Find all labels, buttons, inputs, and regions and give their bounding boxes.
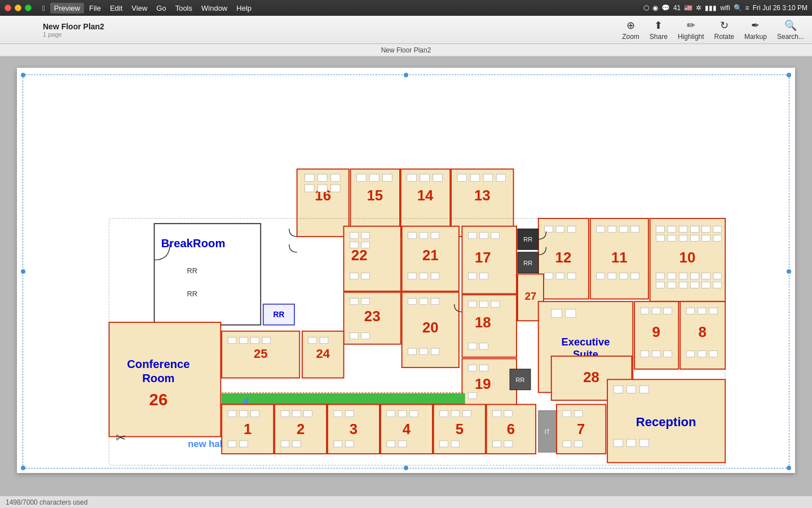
svg-rect-144 — [468, 301, 476, 307]
svg-rect-188 — [304, 411, 312, 417]
svg-rect-180 — [240, 411, 248, 417]
svg-rect-229 — [639, 386, 649, 393]
svg-rect-50 — [713, 282, 722, 288]
svg-rect-103 — [431, 233, 439, 239]
svg-rect-119 — [420, 348, 428, 354]
svg-rect-199 — [387, 411, 395, 417]
preview-menu[interactable]: Preview — [50, 3, 84, 14]
svg-rect-105 — [420, 273, 428, 279]
search-button[interactable]: 🔍 Search... — [777, 19, 804, 41]
file-menu[interactable]: File — [85, 3, 105, 14]
search-icon[interactable]: 🔍 — [734, 4, 742, 12]
rotate-button[interactable]: ↻ Rotate — [714, 19, 734, 41]
svg-rect-60 — [631, 273, 639, 279]
svg-text:BreakRoom: BreakRoom — [161, 237, 226, 249]
wifi-count: 41 — [673, 4, 681, 12]
svg-rect-49 — [702, 282, 710, 288]
rotate-icon: ↻ — [720, 19, 729, 32]
svg-text:10: 10 — [679, 249, 696, 265]
title-bar:  Preview File Edit View Go Tools Window… — [0, 0, 812, 16]
svg-text:RR: RR — [273, 310, 285, 319]
svg-rect-130 — [262, 338, 271, 344]
menu-bar:  Preview File Edit View Go Tools Window… — [38, 3, 255, 14]
svg-rect-232 — [639, 439, 649, 446]
svg-rect-136 — [468, 273, 476, 279]
svg-text:27: 27 — [525, 290, 536, 302]
svg-text:28: 28 — [583, 369, 599, 385]
svg-rect-36 — [690, 235, 699, 241]
view-menu[interactable]: View — [127, 3, 151, 14]
app-window:  Preview File Edit View Go Tools Window… — [0, 0, 812, 508]
share-label: Share — [650, 33, 668, 41]
help-menu[interactable]: Help — [232, 3, 255, 14]
svg-rect-124 — [320, 338, 328, 344]
svg-rect-193 — [334, 411, 342, 417]
svg-rect-33 — [656, 235, 665, 241]
svg-text:4: 4 — [403, 421, 411, 437]
svg-rect-41 — [679, 273, 687, 279]
svg-rect-16 — [407, 174, 417, 182]
window-menu[interactable]: Window — [197, 3, 231, 14]
maximize-button[interactable] — [25, 5, 32, 11]
svg-rect-27 — [656, 226, 665, 233]
svg-rect-116 — [420, 299, 428, 305]
close-button[interactable] — [5, 5, 11, 11]
svg-rect-48 — [690, 282, 699, 288]
svg-rect-203 — [398, 441, 407, 447]
tools-menu[interactable]: Tools — [171, 3, 196, 14]
svg-rect-58 — [608, 273, 616, 279]
floor-plan: 16 15 14 — [17, 68, 795, 473]
svg-rect-30 — [690, 226, 699, 233]
svg-text:RR: RR — [516, 376, 525, 383]
privacy-icon: ◉ — [652, 4, 658, 12]
svg-text:RR: RR — [187, 290, 197, 298]
svg-rect-181 — [251, 411, 259, 417]
flag-icon: 🇺🇸 — [684, 4, 692, 12]
zoom-button[interactable]: ⊕ Zoom — [622, 19, 639, 41]
svg-text:5: 5 — [456, 421, 464, 437]
svg-text:13: 13 — [474, 187, 491, 203]
svg-rect-45 — [656, 282, 665, 288]
svg-rect-72 — [652, 308, 660, 314]
svg-rect-3 — [305, 174, 315, 182]
svg-text:7: 7 — [577, 421, 585, 437]
svg-rect-186 — [281, 411, 289, 417]
zoom-icon: ⊕ — [626, 19, 635, 32]
share-button[interactable]: ⬆ Share — [650, 19, 668, 41]
status-bar: 1498/7000 characters used — [0, 496, 812, 508]
svg-text:RR: RR — [187, 266, 197, 275]
markup-button[interactable]: ✒ Markup — [744, 19, 767, 41]
svg-rect-221 — [563, 411, 571, 417]
svg-text:11: 11 — [611, 249, 628, 265]
svg-rect-110 — [361, 299, 370, 305]
svg-rect-213 — [493, 411, 501, 417]
svg-text:RR: RR — [523, 260, 532, 266]
highlight-icon: ✏ — [687, 19, 695, 32]
svg-rect-94 — [361, 233, 370, 239]
edit-menu[interactable]: Edit — [106, 3, 126, 14]
svg-text:22: 22 — [351, 247, 368, 263]
svg-rect-31 — [702, 226, 710, 233]
svg-rect-65 — [567, 226, 576, 233]
svg-rect-162 — [566, 309, 576, 318]
svg-rect-56 — [631, 226, 639, 233]
go-menu[interactable]: Go — [152, 3, 170, 14]
svg-rect-148 — [480, 343, 488, 349]
rotate-label: Rotate — [714, 33, 734, 41]
svg-rect-40 — [668, 273, 676, 279]
svg-text:26: 26 — [149, 390, 168, 409]
svg-rect-54 — [608, 226, 616, 233]
svg-rect-115 — [408, 299, 417, 305]
svg-text:3: 3 — [350, 421, 358, 437]
notification-icon[interactable]: ≡ — [745, 4, 749, 12]
svg-rect-102 — [420, 233, 428, 239]
bluetooth-icon: ✲ — [696, 4, 701, 12]
svg-text:Conference: Conference — [127, 358, 189, 370]
minimize-button[interactable] — [15, 5, 21, 11]
svg-rect-117 — [431, 299, 439, 305]
svg-rect-66 — [545, 273, 553, 279]
svg-rect-21 — [457, 174, 467, 182]
apple-menu[interactable]:  — [38, 3, 49, 14]
svg-rect-32 — [713, 226, 722, 233]
highlight-button[interactable]: ✏ Highlight — [678, 19, 704, 41]
